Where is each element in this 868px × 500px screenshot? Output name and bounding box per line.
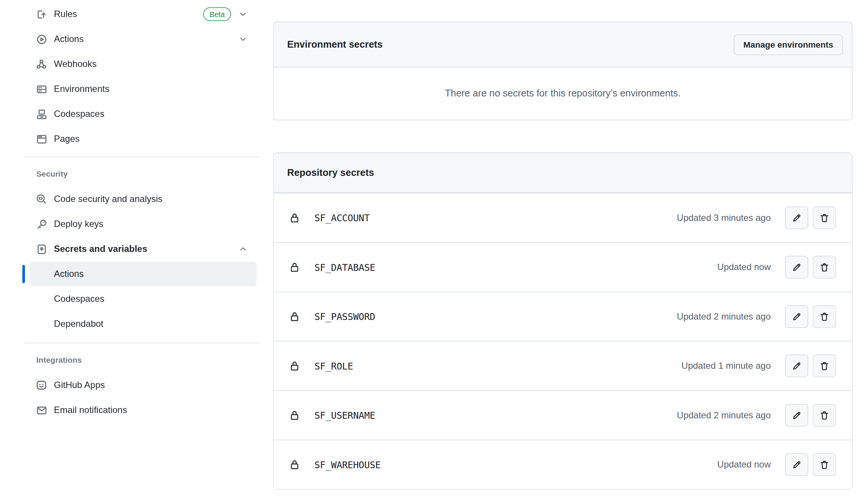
settings-page: Rules Beta Actions Webhooks: [0, 0, 868, 500]
pages-icon: [35, 134, 48, 144]
secret-row: SF_ROLE Updated 1 minute ago: [274, 341, 852, 391]
sidebar-item-actions[interactable]: Actions: [0, 27, 267, 52]
lock-icon: [289, 460, 300, 470]
sidebar-item-label: Secrets and variables: [54, 244, 148, 254]
sidebar-section-security: Security: [0, 165, 267, 182]
secret-name: SF_PASSWORD: [314, 311, 375, 322]
secret-updated: Updated 2 minutes ago: [677, 312, 771, 322]
repository-secrets-header: Repository secrets: [274, 153, 852, 193]
rules-icon: [35, 9, 48, 20]
secret-row: SF_DATABASE Updated now: [274, 242, 852, 292]
sidebar-item-label: Codespaces: [54, 109, 104, 119]
environment-secrets-title: Environment secrets: [287, 39, 383, 50]
sidebar-item-github-apps[interactable]: GitHub Apps: [0, 373, 267, 398]
mail-icon: [35, 405, 48, 416]
sidebar-item-email-notifications[interactable]: Email notifications: [0, 398, 267, 423]
delete-secret-button[interactable]: [813, 453, 836, 476]
lock-icon: [289, 361, 300, 371]
delete-secret-button[interactable]: [813, 404, 836, 427]
secret-name: SF_USERNAME: [314, 410, 375, 421]
empty-state-message: There are no secrets for this repository…: [445, 88, 681, 99]
repository-secrets-panel: Repository secrets SF_ACCOUNT Updated 3 …: [273, 153, 853, 490]
delete-secret-button[interactable]: [813, 207, 836, 229]
delete-secret-button[interactable]: [813, 256, 836, 279]
lock-icon: [289, 213, 300, 223]
chevron-down-icon: [238, 35, 247, 44]
sidebar-item-label: Email notifications: [54, 405, 127, 415]
sidebar-subitem-label: Codespaces: [54, 294, 104, 304]
sidebar-subitem-codespaces[interactable]: Codespaces: [30, 287, 257, 312]
delete-secret-button[interactable]: [813, 305, 836, 328]
lock-icon: [289, 410, 300, 421]
codescan-icon: [35, 194, 48, 205]
edit-secret-button[interactable]: [785, 256, 809, 279]
secret-name: SF_ACCOUNT: [314, 213, 370, 224]
secret-updated: Updated now: [717, 460, 771, 470]
edit-secret-button[interactable]: [785, 404, 809, 427]
secret-row: SF_ACCOUNT Updated 3 minutes ago: [274, 193, 852, 242]
chevron-down-icon: [238, 10, 247, 19]
asterisk-box-icon: [35, 244, 48, 255]
sidebar-subitem-dependabot[interactable]: Dependabot: [30, 312, 257, 337]
sidebar-item-label: Environments: [54, 84, 110, 94]
sidebar-item-environments[interactable]: Environments: [0, 77, 267, 102]
key-icon: [35, 219, 48, 230]
secret-updated: Updated now: [717, 262, 771, 272]
lock-icon: [289, 262, 300, 272]
edit-secret-button[interactable]: [785, 453, 809, 476]
manage-environments-button[interactable]: Manage environments: [734, 34, 843, 55]
sidebar-section-integrations: Integrations: [0, 351, 267, 368]
environment-secrets-panel: Environment secrets Manage environments …: [273, 22, 853, 120]
environment-secrets-empty-state: There are no secrets for this repository…: [274, 68, 852, 120]
sidebar-item-label: Actions: [54, 34, 84, 44]
codespaces-icon: [35, 109, 48, 120]
edit-secret-button[interactable]: [785, 355, 809, 377]
sidebar-item-codespaces[interactable]: Codespaces: [0, 102, 267, 127]
sidebar-item-webhooks[interactable]: Webhooks: [0, 52, 267, 77]
sidebar-item-pages[interactable]: Pages: [0, 127, 267, 152]
secret-row: SF_PASSWORD Updated 2 minutes ago: [274, 292, 852, 341]
environments-icon: [35, 84, 48, 95]
secret-row: SF_USERNAME Updated 2 minutes ago: [274, 390, 852, 440]
chevron-up-icon: [238, 245, 247, 254]
settings-sidebar: Rules Beta Actions Webhooks: [0, 2, 267, 423]
secret-name: SF_ROLE: [314, 360, 353, 371]
secret-updated: Updated 1 minute ago: [681, 361, 771, 371]
sidebar-item-label: Deploy keys: [54, 219, 104, 229]
secret-updated: Updated 2 minutes ago: [677, 410, 771, 421]
secret-updated: Updated 3 minutes ago: [677, 213, 771, 223]
sidebar-item-label: Webhooks: [54, 59, 97, 69]
sidebar-item-rules[interactable]: Rules Beta: [0, 2, 267, 27]
environment-secrets-header: Environment secrets Manage environments: [274, 22, 852, 68]
sidebar-subitem-label: Dependabot: [54, 319, 104, 329]
repository-secrets-title: Repository secrets: [287, 167, 374, 179]
actions-icon: [35, 34, 48, 45]
sidebar-item-label: Code security and analysis: [54, 194, 163, 204]
delete-secret-button[interactable]: [813, 355, 836, 377]
sidebar-item-label: GitHub Apps: [54, 380, 105, 390]
sidebar-divider: [25, 157, 260, 157]
secret-row: SF_WAREHOUSE Updated now: [274, 440, 852, 489]
secret-name: SF_DATABASE: [314, 262, 375, 273]
edit-secret-button[interactable]: [785, 207, 809, 229]
lock-icon: [289, 312, 300, 322]
sidebar-item-secrets-and-variables[interactable]: Secrets and variables: [0, 237, 267, 262]
sidebar-subitem-label: Actions: [54, 269, 84, 279]
github-apps-icon: [35, 380, 48, 391]
sidebar-item-label: Rules: [54, 9, 77, 19]
sidebar-item-label: Pages: [54, 134, 80, 144]
sidebar-subitem-actions[interactable]: Actions: [30, 262, 257, 287]
secret-name: SF_WAREHOUSE: [314, 459, 381, 470]
sidebar-item-deploy-keys[interactable]: Deploy keys: [0, 212, 267, 237]
sidebar-item-code-security[interactable]: Code security and analysis: [0, 187, 267, 212]
sidebar-divider: [25, 343, 260, 343]
edit-secret-button[interactable]: [785, 305, 809, 328]
beta-badge: Beta: [203, 8, 231, 21]
webhooks-icon: [35, 59, 48, 70]
